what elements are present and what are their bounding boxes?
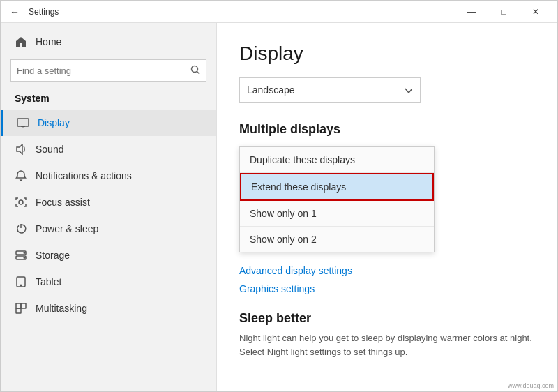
svg-line-1 — [197, 71, 200, 74]
sidebar-item-label-sound: Sound — [36, 144, 63, 155]
sidebar-item-label-power: Power & sleep — [36, 223, 98, 234]
sidebar-item-notifications[interactable]: Notifications & actions — [1, 163, 216, 189]
svg-point-9 — [24, 252, 25, 254]
sidebar-item-multitasking[interactable]: Multitasking — [1, 295, 216, 322]
tablet-icon — [15, 276, 27, 288]
title-bar: ← Settings — □ ✕ — [1, 1, 557, 23]
graphics-settings-link[interactable]: Graphics settings — [239, 283, 535, 294]
focus-icon — [15, 196, 27, 209]
power-icon — [15, 223, 27, 235]
svg-point-12 — [20, 285, 22, 286]
svg-rect-15 — [16, 308, 21, 313]
sidebar: Home System — [1, 23, 217, 391]
sidebar-item-label-tablet: Tablet — [36, 276, 61, 287]
search-input[interactable] — [17, 66, 190, 76]
multiple-displays-heading: Multiple displays — [239, 122, 535, 137]
home-icon — [15, 36, 27, 48]
sound-icon — [15, 143, 27, 156]
sidebar-item-focus[interactable]: Focus assist — [1, 189, 216, 216]
watermark: www.deuaq.com — [508, 382, 554, 389]
sidebar-section-title: System — [1, 89, 216, 110]
close-button[interactable]: ✕ — [520, 1, 552, 23]
home-label: Home — [36, 36, 61, 47]
back-button[interactable]: ← — [6, 3, 23, 20]
orientation-dropdown-container: Landscape — [239, 77, 535, 103]
display-icon — [17, 116, 29, 129]
window-controls: — □ ✕ — [455, 1, 552, 23]
svg-point-10 — [24, 257, 25, 259]
svg-rect-13 — [16, 303, 21, 308]
app-body: Home System — [1, 23, 557, 391]
multi-display-dropdown: Duplicate these displays Extend these di… — [239, 146, 435, 252]
minimize-button[interactable]: — — [455, 1, 488, 23]
storage-icon — [15, 249, 27, 262]
sidebar-item-label-display: Display — [38, 117, 70, 128]
advanced-display-settings-link[interactable]: Advanced display settings — [239, 265, 535, 276]
multitasking-icon — [15, 302, 27, 315]
svg-rect-2 — [17, 119, 29, 126]
sidebar-item-storage[interactable]: Storage — [1, 242, 216, 269]
sidebar-item-home[interactable]: Home — [1, 29, 216, 55]
dropdown-item-duplicate[interactable]: Duplicate these displays — [240, 147, 434, 173]
svg-rect-14 — [21, 303, 26, 308]
sidebar-item-label-storage: Storage — [36, 250, 70, 261]
sidebar-item-label-multitasking: Multitasking — [36, 303, 87, 314]
page-title: Display — [239, 43, 535, 65]
main-content: Display Landscape Multiple displays Dup — [217, 23, 557, 391]
sidebar-item-sound[interactable]: Sound — [1, 136, 216, 163]
sleep-description: Night light can help you get to sleep by… — [239, 331, 532, 359]
sidebar-item-label-focus: Focus assist — [36, 197, 90, 208]
search-icon — [190, 65, 200, 77]
notifications-icon — [15, 169, 27, 182]
sidebar-item-display[interactable]: Display — [1, 110, 216, 136]
orientation-value: Landscape — [247, 84, 295, 96]
maximize-button[interactable]: □ — [488, 1, 520, 23]
window-title: Settings — [29, 7, 455, 17]
dropdown-item-show1[interactable]: Show only on 1 — [240, 201, 434, 227]
dropdown-item-show2[interactable]: Show only on 2 — [240, 227, 434, 252]
svg-point-6 — [19, 200, 23, 204]
dropdown-item-extend[interactable]: Extend these displays — [240, 173, 434, 201]
sidebar-item-power[interactable]: Power & sleep — [1, 216, 216, 242]
chevron-down-icon — [405, 84, 413, 96]
svg-point-0 — [192, 66, 198, 72]
sleep-section: Sleep better Night light can help you ge… — [239, 311, 535, 359]
sleep-title: Sleep better — [239, 311, 535, 326]
orientation-dropdown[interactable]: Landscape — [239, 77, 421, 103]
search-box[interactable] — [10, 59, 206, 82]
sidebar-item-tablet[interactable]: Tablet — [1, 269, 216, 295]
sidebar-item-label-notifications: Notifications & actions — [36, 170, 132, 181]
svg-marker-5 — [17, 144, 22, 154]
